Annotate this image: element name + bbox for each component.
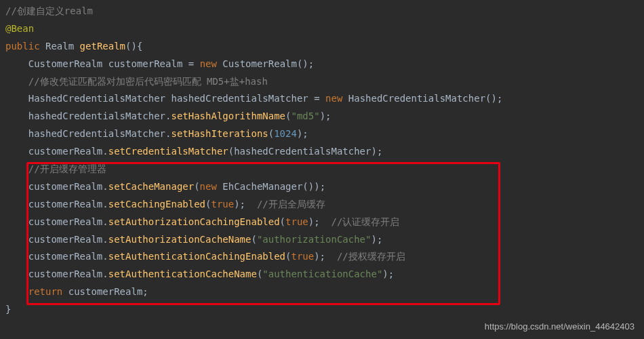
arg: "md5": [291, 111, 319, 121]
comment-line: //开启缓存管理器: [28, 163, 106, 174]
annotation: @Bean: [5, 23, 34, 34]
arg: hashedCredentialsMatcher: [234, 146, 371, 157]
kw-new: new: [200, 58, 217, 69]
call: setAuthorizationCachingEnabled: [108, 216, 280, 227]
ctor: CustomerRealm: [222, 58, 297, 69]
arg: true: [285, 216, 308, 227]
comment-inline: //认证缓存开启: [331, 216, 399, 227]
ctor: EhCacheManager: [222, 181, 302, 192]
call: setHashAlgorithmName: [171, 111, 285, 121]
kw-return: return: [28, 286, 63, 297]
comment-inline: //授权缓存开启: [337, 251, 405, 262]
kw-new: new: [200, 181, 217, 192]
call: setCachingEnabled: [108, 199, 205, 210]
call: setHashIterations: [171, 128, 268, 139]
var: customerRealm: [68, 286, 143, 297]
arg: "authenticationCache": [262, 268, 382, 279]
obj: customerRealm: [28, 181, 103, 192]
call: setAuthenticationCachingEnabled: [108, 251, 285, 262]
type: CustomerRealm: [28, 58, 103, 69]
var: customerRealm: [108, 58, 183, 69]
arg: "authorizationCache": [257, 234, 371, 245]
arg: 1024: [274, 128, 297, 139]
comment-line: //创建自定义realm: [5, 5, 93, 16]
obj: customerRealm: [28, 146, 103, 157]
obj: customerRealm: [28, 199, 103, 210]
obj: hashedCredentialsMatcher: [28, 128, 165, 139]
code-block: //创建自定义realm @Bean public Realm getRealm…: [0, 0, 644, 319]
var: hashedCredentialsMatcher: [171, 93, 308, 104]
kw-new: new: [325, 93, 342, 104]
comment-inline: //开启全局缓存: [257, 199, 325, 210]
obj: customerRealm: [28, 234, 103, 245]
obj: customerRealm: [28, 251, 103, 262]
watermark-text: https://blog.csdn.net/weixin_44642403: [485, 319, 635, 335]
arg: true: [291, 251, 314, 262]
kw-public: public: [5, 41, 40, 52]
arg: true: [211, 199, 234, 210]
type: HashedCredentialsMatcher: [28, 93, 165, 104]
comment-line: //修改凭证匹配器对加密后代码密码匹配 MD5+盐+hash: [28, 76, 268, 87]
call: setAuthorizationCacheName: [108, 234, 251, 245]
obj: hashedCredentialsMatcher: [28, 111, 165, 121]
call: setCacheManager: [108, 181, 194, 192]
call: setCredentialsMatcher: [108, 146, 228, 157]
obj: customerRealm: [28, 216, 103, 227]
obj: customerRealm: [28, 268, 103, 279]
method-name: getRealm: [80, 41, 125, 52]
ctor: HashedCredentialsMatcher: [348, 93, 485, 104]
return-type: Realm: [45, 41, 74, 52]
call: setAuthenticationCacheName: [108, 268, 257, 279]
